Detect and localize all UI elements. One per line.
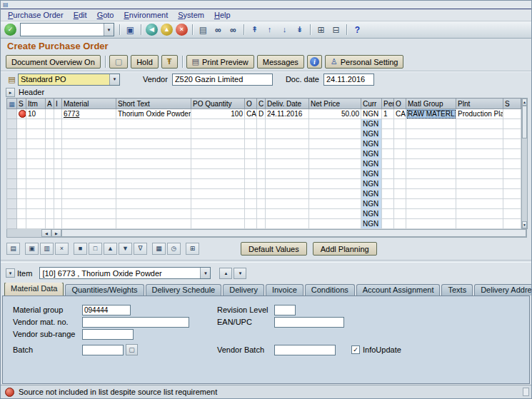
grid-cell[interactable] [257, 139, 266, 149]
grid-cell[interactable] [257, 119, 266, 129]
grid-cell[interactable] [257, 219, 266, 229]
column-header-a[interactable]: A [46, 99, 54, 109]
column-header-per[interactable]: Per [382, 99, 394, 109]
delivery-schedule-button[interactable]: ◷ [167, 243, 181, 255]
grid-cell[interactable] [394, 139, 406, 149]
grid-cell[interactable] [503, 119, 521, 129]
column-header-deliv-date[interactable]: Deliv. Date [266, 99, 309, 109]
command-dropdown-icon[interactable]: ▼ [104, 24, 114, 36]
grid-cell[interactable] [116, 139, 191, 149]
grid-cell[interactable] [456, 209, 503, 219]
grid-cell[interactable] [309, 139, 361, 149]
grid-cell[interactable] [62, 179, 116, 189]
batch-input[interactable] [82, 345, 124, 355]
table-settings-button[interactable]: ⊞ [186, 243, 199, 255]
grid-cell[interactable] [46, 189, 54, 199]
find-button[interactable]: ∞ [211, 23, 225, 36]
grid-cell[interactable] [62, 169, 116, 179]
grid-cell[interactable] [503, 169, 521, 179]
grid-cell[interactable] [406, 169, 456, 179]
previous-item-button[interactable]: ▲ [219, 268, 232, 279]
grid-cell[interactable] [54, 209, 62, 219]
help-button[interactable]: ? [351, 23, 364, 36]
revision-level-input[interactable] [274, 305, 296, 315]
grid-cell[interactable]: 1 [382, 109, 394, 119]
document-overview-button[interactable]: Document Overview On [6, 55, 101, 69]
vendor-subrange-input[interactable] [82, 329, 134, 340]
grid-cell[interactable] [54, 129, 62, 139]
header-expand-button[interactable]: ▸ [6, 88, 15, 97]
vendor-batch-input[interactable] [274, 345, 336, 355]
tab-invoice[interactable]: Invoice [266, 284, 303, 296]
menu-environment[interactable]: Environment [119, 10, 173, 21]
item-details-button[interactable]: ▤ [6, 243, 20, 255]
paste-item-button[interactable]: ▥ [40, 243, 54, 255]
grid-cell[interactable] [191, 139, 245, 149]
grid-cell[interactable] [17, 119, 26, 129]
column-header-short-text[interactable]: Short Text [116, 99, 191, 109]
grid-cell[interactable] [257, 199, 266, 209]
grid-cell[interactable] [406, 129, 456, 139]
grid-cell[interactable] [191, 219, 245, 229]
grid-cell[interactable] [17, 139, 26, 149]
menu-purchase-order[interactable]: Purchase Order [3, 10, 69, 21]
grid-cell[interactable] [26, 179, 46, 189]
grid-cell[interactable] [309, 149, 361, 159]
find-next-button[interactable]: ∞ [226, 23, 240, 36]
grid-cell[interactable]: NGN [361, 179, 382, 189]
tab-delivery[interactable]: Delivery [223, 284, 264, 296]
grid-cell[interactable] [26, 189, 46, 199]
column-header-matl-group[interactable]: Matl Group [406, 99, 456, 109]
grid-cell[interactable] [257, 129, 266, 139]
create-shortcut-button[interactable]: ⊟ [329, 23, 343, 36]
enter-button[interactable]: ✓ [4, 24, 16, 36]
command-input[interactable] [21, 25, 104, 34]
grid-cell[interactable] [116, 119, 191, 129]
sort-descending-button[interactable]: ▼ [119, 243, 132, 255]
grid-cell[interactable] [266, 119, 309, 129]
grid-cell[interactable] [382, 189, 394, 199]
grid-cell[interactable] [456, 119, 503, 129]
grid-cell[interactable]: 100 [191, 109, 245, 119]
grid-cell[interactable] [62, 139, 116, 149]
grid-cell[interactable]: NGN [361, 189, 382, 199]
column-header-i[interactable]: I [54, 99, 62, 109]
grid-cell[interactable] [17, 219, 26, 229]
grid-cell[interactable] [116, 219, 191, 229]
grid-cell[interactable] [266, 149, 309, 159]
scroll-down-button[interactable]: ▼ [522, 221, 527, 228]
column-header-o[interactable]: O [245, 99, 257, 109]
vertical-scroll-track[interactable] [522, 138, 527, 221]
filter-button[interactable]: ∇ [134, 243, 147, 255]
grid-cell[interactable] [46, 109, 54, 119]
grid-cell[interactable]: NGN [361, 109, 382, 119]
check-document-button[interactable]: Ŧ [161, 55, 178, 69]
grid-cell[interactable] [257, 159, 266, 169]
info-button[interactable]: i [307, 55, 322, 69]
row-selector[interactable] [7, 109, 17, 119]
grid-cell[interactable] [54, 169, 62, 179]
grid-cell[interactable] [266, 179, 309, 189]
grid-cell[interactable] [257, 209, 266, 219]
grid-cell[interactable] [266, 219, 309, 229]
grid-cell[interactable] [116, 189, 191, 199]
grid-cell[interactable]: NGN [361, 199, 382, 209]
grid-cell[interactable]: NGN [361, 209, 382, 219]
column-header-s[interactable]: S [503, 99, 521, 109]
grid-cell[interactable] [309, 219, 361, 229]
print-button[interactable]: ▤ [196, 23, 210, 36]
grid-cell[interactable] [382, 199, 394, 209]
grid-cell[interactable]: 24.11.2016 [266, 109, 309, 119]
grid-cell[interactable] [503, 179, 521, 189]
grid-cell[interactable] [394, 179, 406, 189]
grid-cell[interactable] [266, 159, 309, 169]
grid-cell[interactable] [382, 149, 394, 159]
grid-cell[interactable] [26, 159, 46, 169]
menu-goto[interactable]: Goto [92, 10, 119, 21]
infoupdate-checkbox-group[interactable]: ✓ InfoUpdate [351, 345, 401, 354]
delete-item-button[interactable]: × [55, 243, 69, 255]
grid-cell[interactable] [54, 199, 62, 209]
grid-cell[interactable] [266, 199, 309, 209]
grid-cell[interactable] [62, 129, 116, 139]
grid-cell[interactable] [503, 219, 521, 229]
